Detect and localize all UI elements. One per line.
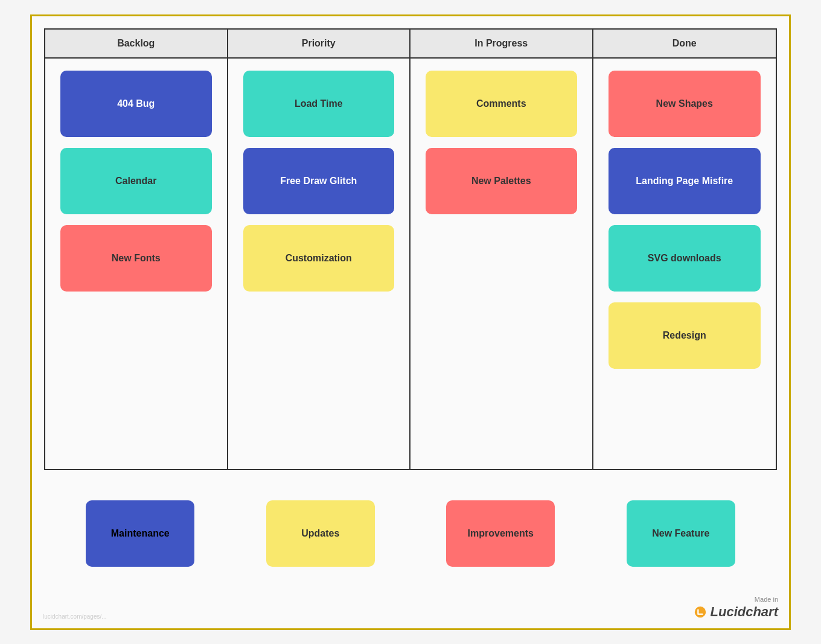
card-newpalettes[interactable]: New Palettes [426, 148, 577, 214]
backlog-column: 404 Bug Calendar New Fonts [45, 59, 228, 469]
card-freedrawglitch[interactable]: Free Draw Glitch [243, 148, 395, 214]
card-calendar[interactable]: Calendar [60, 148, 212, 214]
legend-maintenance: Maintenance [50, 494, 231, 573]
made-in-label: Made in [755, 596, 778, 603]
card-404bug[interactable]: 404 Bug [60, 71, 212, 137]
card-newshapes[interactable]: New Shapes [609, 71, 761, 137]
lucidchart-icon [694, 605, 707, 619]
legend-improvements: Improvements [410, 494, 591, 573]
svg-point-0 [694, 606, 705, 617]
card-loadtime[interactable]: Load Time [243, 71, 395, 137]
kanban-board: Backlog Priority In Progress Done 404 Bu… [44, 28, 777, 470]
card-newfonts[interactable]: New Fonts [60, 225, 212, 292]
column-header-backlog: Backlog [45, 30, 228, 57]
legend-card-improvements[interactable]: Improvements [446, 500, 555, 567]
column-header-done: Done [593, 30, 776, 57]
kanban-header: Backlog Priority In Progress Done [45, 30, 776, 59]
legend-updates: Updates [231, 494, 411, 573]
legend-card-updates[interactable]: Updates [266, 500, 375, 567]
priority-column: Load Time Free Draw Glitch Customization [228, 59, 411, 469]
card-svgdownloads[interactable]: SVG downloads [609, 225, 761, 292]
legend-newfeature: New Feature [591, 494, 771, 573]
done-column: New Shapes Landing Page Misfire SVG down… [593, 59, 776, 469]
lucidchart-logo: Lucidchart [694, 604, 778, 620]
lucidchart-brand-text: Lucidchart [711, 604, 778, 620]
column-header-inprogress: In Progress [410, 30, 593, 57]
watermark: lucidchart.com/pages/... [43, 613, 107, 620]
legend-section: Maintenance Updates Improvements New Fea… [44, 494, 777, 573]
card-landingpagemisfire[interactable]: Landing Page Misfire [609, 148, 761, 214]
legend-card-newfeature[interactable]: New Feature [627, 500, 735, 567]
legend-card-maintenance[interactable]: Maintenance [86, 500, 194, 567]
column-header-priority: Priority [228, 30, 411, 57]
card-redesign[interactable]: Redesign [609, 302, 761, 369]
card-comments[interactable]: Comments [426, 71, 577, 137]
footer: Made in Lucidchart [694, 596, 778, 620]
inprogress-column: Comments New Palettes [410, 59, 593, 469]
page-wrapper: Backlog Priority In Progress Done 404 Bu… [30, 14, 791, 630]
card-customization[interactable]: Customization [243, 225, 395, 292]
kanban-body: 404 Bug Calendar New Fonts Load Time Fre… [45, 59, 776, 469]
